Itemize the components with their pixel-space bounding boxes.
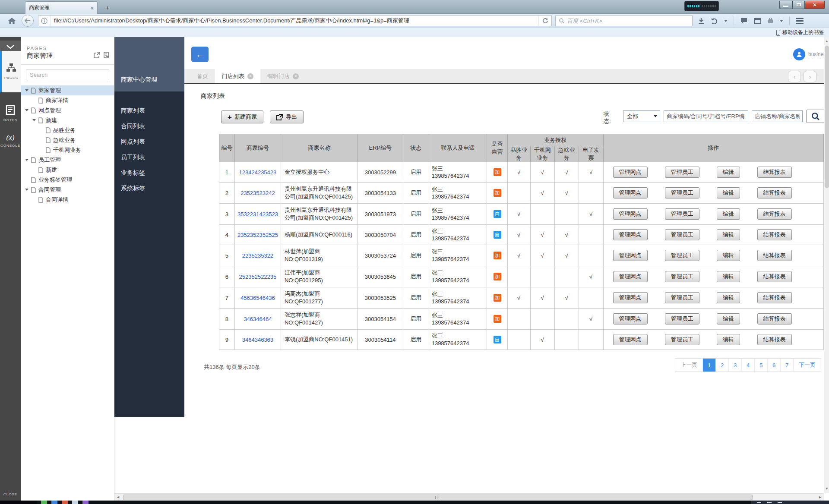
row-action-button[interactable]: 管理员工 [665, 292, 699, 303]
row-action-button[interactable]: 编辑 [717, 292, 740, 303]
tab-close-icon[interactable]: × [90, 5, 94, 11]
row-action-button[interactable]: 管理网点 [613, 313, 648, 324]
info-icon[interactable] [38, 16, 51, 26]
pages-search-input[interactable] [26, 69, 109, 80]
pagination-prev[interactable]: 上一页 [675, 359, 702, 372]
row-action-button[interactable]: 编辑 [717, 167, 740, 178]
start-button[interactable] [0, 501, 37, 504]
sidebar-item[interactable]: 系统标签 [114, 180, 184, 196]
row-action-button[interactable]: 编辑 [717, 334, 740, 345]
row-action-button[interactable]: 结算报表 [757, 334, 792, 345]
row-action-button[interactable]: 管理员工 [665, 334, 699, 345]
caret-down-icon[interactable] [25, 109, 28, 111]
tree-item[interactable]: 急啥业务 [21, 135, 114, 145]
row-action-button[interactable]: 管理网点 [613, 334, 648, 345]
row-action-button[interactable]: 管理员工 [665, 187, 699, 198]
pagination-page[interactable]: 6 [767, 359, 780, 372]
caret-down-icon[interactable] [25, 159, 28, 161]
row-action-button[interactable]: 结算报表 [757, 187, 792, 198]
back-button[interactable] [22, 15, 34, 27]
row-action-button[interactable]: 管理员工 [665, 167, 699, 178]
row-action-button[interactable]: 管理网点 [613, 187, 648, 198]
new-tab-button[interactable]: + [102, 3, 113, 12]
merchant-code-link[interactable]: 2352352352525 [237, 232, 278, 238]
merchant-code-link[interactable]: 123424235423 [239, 169, 277, 176]
status-select[interactable]: 全部 [623, 110, 660, 122]
row-action-button[interactable]: 结算报表 [757, 208, 792, 220]
sidebar-item[interactable]: 网点列表 [114, 134, 184, 149]
pagination-page[interactable]: 3 [728, 359, 741, 372]
url-bar[interactable]: file:///C:/Users/Administrator/Desktop/商… [38, 15, 552, 26]
sidebar-item[interactable]: 业务标签 [114, 165, 184, 180]
row-action-button[interactable]: 管理网点 [613, 271, 648, 282]
bookmarks-item[interactable]: 移动设备上的书签 [782, 29, 824, 36]
pagination-page[interactable]: 4 [741, 359, 754, 372]
create-merchant-button[interactable]: + 新建商家 [221, 110, 263, 123]
search-button[interactable] [806, 110, 824, 123]
tree-item[interactable]: 合同管理 [21, 185, 114, 195]
minimize-button[interactable] [779, 1, 792, 9]
pagination-page[interactable]: 1 [702, 359, 715, 372]
merchant-code-link[interactable]: 346346464 [244, 316, 272, 322]
browser-tab[interactable]: 商家管理 × [25, 1, 98, 14]
tree-item[interactable]: 员工管理 [21, 155, 114, 165]
home-icon[interactable] [6, 17, 17, 25]
taskbar-app-icon[interactable] [72, 501, 78, 504]
taskbar-app-icon[interactable] [82, 501, 89, 504]
row-action-button[interactable]: 管理网点 [613, 229, 648, 240]
row-action-button[interactable]: 管理员工 [665, 271, 699, 282]
row-action-button[interactable]: 结算报表 [757, 292, 792, 303]
plugin-dropdown-icon[interactable] [780, 20, 783, 22]
row-action-button[interactable]: 管理员工 [665, 313, 699, 324]
sidebar-item[interactable]: 合同列表 [114, 118, 184, 134]
chat-icon[interactable] [740, 18, 748, 24]
plugin-icon[interactable] [767, 18, 774, 24]
row-action-button[interactable]: 管理员工 [665, 229, 699, 240]
row-action-button[interactable]: 编辑 [717, 229, 740, 240]
row-action-button[interactable]: 管理员工 [665, 250, 699, 261]
export-page-icon[interactable] [94, 52, 100, 60]
downloads-icon[interactable] [698, 17, 705, 24]
tree-item[interactable]: 合同详情 [21, 195, 114, 205]
taskbar-app-icon[interactable] [41, 501, 47, 504]
row-action-button[interactable]: 编辑 [717, 208, 740, 220]
merchant-code-link[interactable]: 23523523242 [240, 190, 275, 196]
system-tray[interactable] [751, 501, 829, 504]
rail-item-pages[interactable]: PAGES [0, 51, 21, 92]
back-button[interactable]: ← [191, 47, 209, 62]
row-action-button[interactable]: 结算报表 [757, 313, 792, 324]
merchant-code-input[interactable] [664, 110, 748, 122]
rail-item-notes[interactable]: NOTES [0, 102, 21, 122]
caret-down-icon[interactable] [25, 89, 28, 91]
row-action-button[interactable]: 编辑 [717, 187, 740, 198]
tab-close-icon[interactable]: × [247, 73, 253, 79]
scroll-right-icon[interactable]: ► [816, 494, 824, 501]
tab-close-icon[interactable]: × [293, 73, 299, 79]
store-name-input[interactable] [752, 110, 803, 122]
row-action-button[interactable]: 结算报表 [757, 167, 792, 178]
row-action-button[interactable]: 管理网点 [613, 250, 648, 261]
sidebar-item[interactable]: 员工列表 [114, 149, 184, 165]
tree-item[interactable]: 业务标签管理 [21, 175, 114, 185]
horizontal-scroll-thumb[interactable] [123, 495, 753, 500]
page-actions-icon[interactable] [104, 52, 110, 60]
scroll-left-icon[interactable]: ◄ [114, 494, 122, 501]
taskbar-app-icon[interactable] [62, 501, 68, 504]
history-icon[interactable] [711, 18, 718, 24]
tree-item[interactable]: 商家管理 [21, 85, 114, 95]
caret-down-icon[interactable] [32, 119, 36, 121]
tree-item[interactable]: 新建 [21, 165, 114, 175]
browser-search-input[interactable] [567, 18, 689, 24]
row-action-button[interactable]: 管理员工 [665, 208, 699, 220]
menu-icon[interactable] [796, 18, 804, 24]
tree-item[interactable]: 商家详情 [21, 95, 114, 105]
page-tab[interactable]: 编辑门店× [260, 69, 306, 83]
row-action-button[interactable]: 结算报表 [757, 271, 792, 282]
scroll-down-icon[interactable]: ▼ [824, 485, 829, 492]
merchant-code-link[interactable]: 3532231423523 [237, 211, 278, 217]
row-action-button[interactable]: 管理网点 [613, 167, 648, 178]
pagination-page[interactable]: 5 [754, 359, 767, 372]
url-text[interactable]: file:///C:/Users/Administrator/Desktop/商… [51, 17, 538, 25]
reload-icon[interactable] [538, 16, 551, 26]
row-action-button[interactable]: 结算报表 [757, 229, 792, 240]
